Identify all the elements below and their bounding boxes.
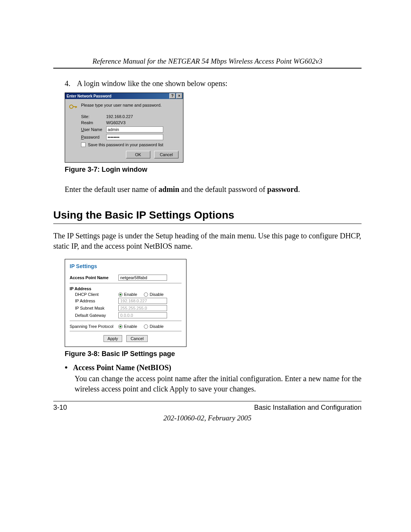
section-intro-paragraph: The IP Settings page is under the Setup … [53,231,362,251]
figure-3-8-caption: Figure 3-8: Basic IP Settings page [65,350,362,358]
ap-name-input[interactable] [118,275,167,281]
separator [70,283,182,283]
document-page: Reference Manual for the NETGEAR 54 Mbps… [0,0,411,532]
section-rule [53,224,362,224]
username-label: User Name [81,127,106,132]
realm-value: WG602V3 [106,120,126,125]
stp-disable-label: Disable [150,324,164,329]
site-value: 192.168.0.227 [106,114,133,119]
realm-label: Realm [81,120,106,125]
password-input[interactable] [106,134,163,140]
publication-info: 202-10060-02, February 2005 [53,414,362,422]
figure-3-7-caption: Figure 3-7: Login window [65,166,362,174]
header-rule [53,68,362,69]
save-password-checkbox[interactable] [81,142,86,147]
save-password-label: Save this password in your password list [88,142,163,147]
step-4: 4. A login window like the one shown bel… [65,78,362,89]
login-dialog-title: Enter Network Password [67,94,112,98]
site-label: Site: [81,114,106,119]
dhcp-client-label: DHCP Client [70,292,118,297]
cancel-button[interactable]: Cancel [126,335,148,342]
help-button[interactable]: ? [169,93,175,99]
page-number: 3-10 [53,404,67,412]
login-prompt: Please type your user name and password. [81,103,162,107]
stp-label: Spanning Tree Protocol [70,324,118,329]
ip-address-input[interactable] [118,298,167,304]
ip-settings-title: IP Settings [70,263,182,269]
ip-settings-panel: IP Settings Access Point Name IP Address… [65,259,186,347]
stp-disable-radio[interactable] [144,324,148,329]
cancel-button[interactable]: Cancel [154,151,178,158]
bullet-heading: Access Point Name (NetBIOS) [73,363,171,372]
svg-point-0 [70,105,73,109]
subnet-mask-input[interactable] [118,305,167,311]
separator [70,321,182,321]
dhcp-enable-radio[interactable] [118,292,123,297]
separator [70,331,182,331]
step-text: A login window like the one shown below … [77,78,362,89]
bullet-body: You can change the access point name aft… [75,374,362,394]
footer-row: 3-10 Basic Installation and Configuratio… [53,404,362,412]
section-heading: Using the Basic IP Settings Options [53,209,362,221]
ip-address-header: IP Address [70,286,182,291]
stp-enable-radio[interactable] [118,324,123,329]
ok-button[interactable]: OK [126,151,150,158]
svg-rect-3 [76,106,77,108]
chapter-title: Basic Installation and Configuration [254,404,362,412]
footer-rule [53,401,362,401]
after-login-paragraph: Enter the default user name of admin and… [65,184,362,195]
default-gateway-label: Default Gateway [70,313,118,318]
bullet-dot-icon: • [65,363,68,372]
stp-enable-label: Enable [124,324,137,329]
dhcp-disable-radio[interactable] [144,292,148,297]
close-button[interactable]: × [176,93,182,99]
username-input[interactable] [106,126,163,133]
dhcp-disable-label: Disable [150,292,164,297]
ap-name-label: Access Point Name [70,275,118,280]
dhcp-enable-label: Enable [124,292,137,297]
password-label: Password [81,135,106,139]
subnet-mask-label: IP Subnet Mask [70,306,118,310]
apply-button[interactable]: Apply [104,335,123,342]
step-number: 4. [65,78,73,89]
default-gateway-input[interactable] [118,312,167,318]
running-head: Reference Manual for the NETGEAR 54 Mbps… [53,57,362,66]
ip-address-label: IP Address [70,299,118,303]
svg-rect-2 [75,106,76,108]
login-dialog-titlebar: Enter Network Password ? × [65,93,183,99]
login-dialog: Enter Network Password ? × Please type y… [65,93,183,163]
key-icon [69,103,77,112]
svg-rect-1 [73,106,76,107]
bullet-item: • Access Point Name (NetBIOS) [65,363,362,372]
